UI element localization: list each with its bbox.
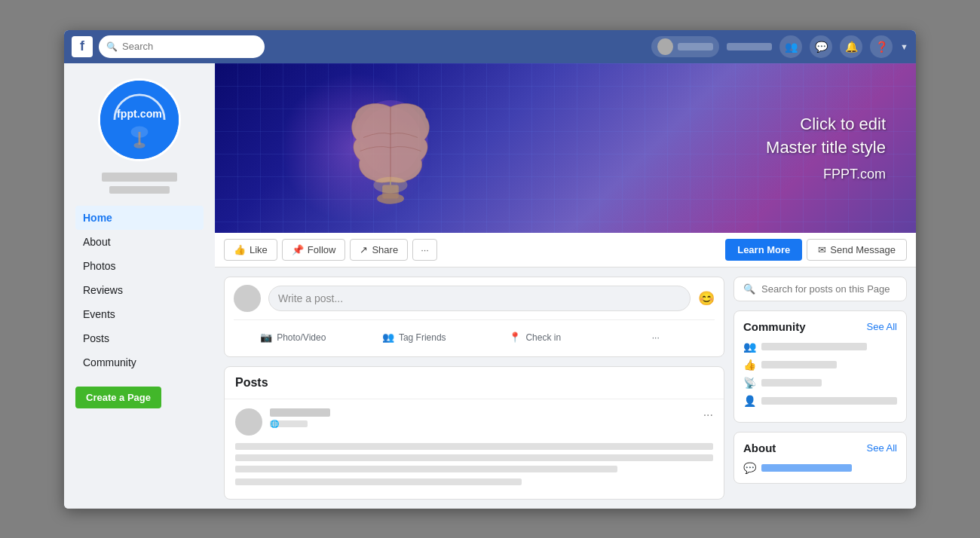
send-message-button[interactable]: ✉ Send Message <box>807 239 907 261</box>
page-body: fppt.com Home About Photos Revi <box>64 63 916 509</box>
posts-section: Posts 🌐 ··· <box>224 366 724 500</box>
notifications-icon[interactable]: 🔔 <box>840 35 862 58</box>
current-user-avatar <box>234 285 261 312</box>
cover-title: Click to edit Master title style <box>766 113 886 160</box>
community-row-1: 👥 <box>743 341 897 353</box>
feed-icon: 📡 <box>743 377 755 389</box>
browser-window: f 🔍 👥 💬 🔔 ❓ ▼ <box>64 30 916 509</box>
messenger-icon[interactable]: 💬 <box>810 35 832 58</box>
table-row: 🌐 ··· <box>225 399 724 499</box>
content-right: 🔍 Community See All 👥 <box>733 277 907 500</box>
sidebar-item-community[interactable]: Community <box>75 350 204 374</box>
profile-picture: fppt.com <box>98 78 181 161</box>
like-icon: 👍 <box>234 244 246 255</box>
content-left: Write a post... 😊 📷 Photo/Video 👥 <box>224 277 724 500</box>
emoji-icon[interactable]: 😊 <box>698 290 715 307</box>
post-user-avatar <box>235 408 262 436</box>
photo-video-icon: 📷 <box>259 331 273 344</box>
fb-search-container[interactable]: 🔍 <box>99 35 265 58</box>
more-options-button[interactable]: ··· <box>412 239 437 261</box>
page-search-input[interactable] <box>761 283 897 295</box>
post-content-line-2 <box>235 454 713 461</box>
follow-button[interactable]: 📌 Follow <box>282 239 346 261</box>
photo-video-button[interactable]: 📷 Photo/Video <box>234 326 352 349</box>
community-bar-2 <box>761 361 837 368</box>
profile-pic-svg: fppt.com <box>98 81 181 159</box>
about-row-1: 💬 <box>743 462 897 474</box>
sidebar-item-about[interactable]: About <box>75 230 204 254</box>
write-post-actions: 📷 Photo/Video 👥 Tag Friends 📍 Check in <box>234 319 715 349</box>
right-search-icon: 🔍 <box>743 283 755 295</box>
write-post-top: Write a post... 😊 <box>234 285 715 312</box>
sidebar-item-home[interactable]: Home <box>75 206 204 230</box>
about-title: About See All <box>743 442 897 454</box>
check-in-icon: 📍 <box>508 331 522 344</box>
post-header: 🌐 ··· <box>235 408 713 436</box>
community-bar-4 <box>761 397 897 405</box>
brain-illustration <box>330 80 451 216</box>
post-user-info: 🌐 <box>270 408 696 427</box>
cover-text: Click to edit Master title style FPPT.co… <box>766 113 886 183</box>
about-box: About See All 💬 <box>733 432 907 484</box>
about-bar <box>761 464 852 472</box>
check-in-button[interactable]: 📍 Check in <box>476 326 594 349</box>
post-content-line-1 <box>235 443 713 450</box>
sidebar-item-posts[interactable]: Posts <box>75 326 204 350</box>
content-area: Write a post... 😊 📷 Photo/Video 👥 <box>215 267 916 509</box>
community-row-3: 📡 <box>743 377 897 389</box>
post-content-line-4 <box>235 478 522 485</box>
community-row-4: 👤 <box>743 395 897 407</box>
community-row-2: 👍 <box>743 359 897 371</box>
friends-icon[interactable]: 👥 <box>779 35 802 58</box>
search-input[interactable] <box>122 41 257 52</box>
sidebar-item-photos[interactable]: Photos <box>75 254 204 278</box>
community-bar-3 <box>761 379 822 387</box>
nav-dropdown-arrow[interactable]: ▼ <box>900 42 908 51</box>
main-content: Click to edit Master title style FPPT.co… <box>215 63 916 509</box>
tag-friends-button[interactable]: 👥 Tag Friends <box>355 326 473 349</box>
share-button[interactable]: ↗ Share <box>350 239 408 261</box>
chat-icon: 💬 <box>743 462 755 474</box>
fb-logo-icon[interactable]: f <box>72 36 93 57</box>
post-more-options[interactable]: ··· <box>703 408 713 422</box>
post-username-bar <box>270 408 330 417</box>
post-content-line-3 <box>235 466 617 472</box>
cover-photo: Click to edit Master title style FPPT.co… <box>215 63 916 233</box>
page-name-bar-2 <box>109 186 170 194</box>
globe-icon: 🌐 <box>270 420 279 428</box>
community-title: Community See All <box>743 320 897 333</box>
nav-user-pill[interactable] <box>651 36 719 57</box>
svg-text:fppt.com: fppt.com <box>117 108 162 120</box>
right-search-box: 🔍 <box>733 277 907 301</box>
svg-point-4 <box>133 142 145 148</box>
sidebar-navigation: Home About Photos Reviews Events Posts C… <box>75 206 204 374</box>
tag-friends-icon: 👥 <box>381 331 395 344</box>
nav-right-section: 👥 💬 🔔 ❓ ▼ <box>651 35 908 58</box>
write-post-box: Write a post... 😊 📷 Photo/Video 👥 <box>224 277 724 357</box>
cover-site: FPPT.com <box>766 167 886 182</box>
left-sidebar: fppt.com Home About Photos Revi <box>64 63 215 509</box>
post-time-bar: 🌐 <box>270 420 308 427</box>
community-box: Community See All 👥 👍 📡 <box>733 310 907 423</box>
like-button[interactable]: 👍 Like <box>224 239 277 261</box>
learn-more-button[interactable]: Learn More <box>725 239 802 261</box>
nav-name-bar <box>678 43 713 50</box>
write-post-input[interactable]: Write a post... <box>268 286 691 311</box>
about-see-all[interactable]: See All <box>867 442 897 454</box>
share-icon: ↗ <box>360 244 368 255</box>
sidebar-item-events[interactable]: Events <box>75 302 204 326</box>
nav-avatar <box>657 38 673 55</box>
nav-link-bar <box>727 43 772 50</box>
search-icon: 🔍 <box>106 41 118 52</box>
message-icon: ✉ <box>818 244 826 255</box>
action-bar: 👍 Like 📌 Follow ↗ Share ··· Learn More ✉… <box>215 233 916 267</box>
cover-brain-area <box>215 63 565 233</box>
community-see-all[interactable]: See All <box>867 321 897 332</box>
people-icon: 👥 <box>743 341 755 353</box>
page-name-bar-1 <box>102 173 177 182</box>
help-icon[interactable]: ❓ <box>870 35 893 58</box>
sidebar-item-reviews[interactable]: Reviews <box>75 278 204 302</box>
more-post-options-button[interactable]: ··· <box>597 326 715 349</box>
create-page-button[interactable]: Create a Page <box>75 387 161 408</box>
follow-icon: 📌 <box>292 244 304 255</box>
